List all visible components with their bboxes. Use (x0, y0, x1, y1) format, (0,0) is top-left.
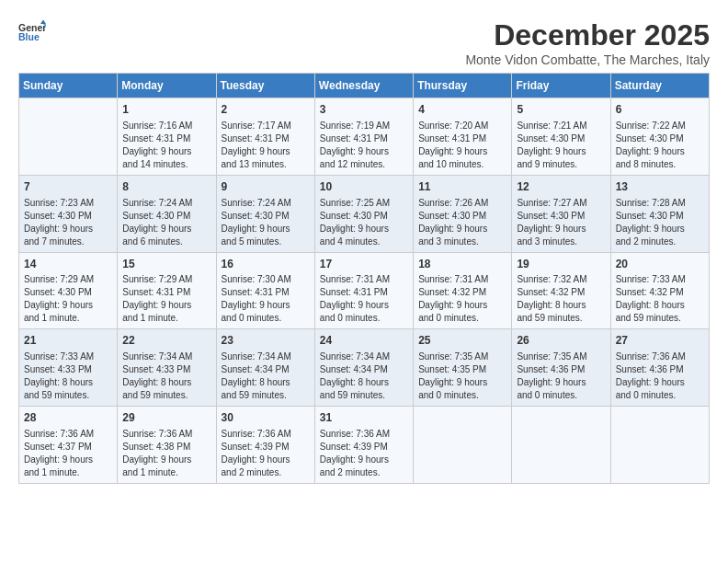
day-cell: 1Sunrise: 7:16 AM Sunset: 4:31 PM Daylig… (118, 98, 216, 176)
day-info: Sunrise: 7:36 AM Sunset: 4:38 PM Dayligh… (122, 428, 210, 479)
day-number: 2 (222, 102, 310, 118)
day-number: 16 (222, 257, 310, 272)
day-cell: 13Sunrise: 7:28 AM Sunset: 4:30 PM Dayli… (610, 175, 709, 252)
day-cell (414, 407, 512, 484)
day-info: Sunrise: 7:33 AM Sunset: 4:33 PM Dayligh… (24, 350, 112, 402)
day-cell: 30Sunrise: 7:36 AM Sunset: 4:39 PM Dayli… (216, 407, 314, 484)
day-cell: 6Sunrise: 7:22 AM Sunset: 4:30 PM Daylig… (610, 98, 709, 176)
day-info: Sunrise: 7:35 AM Sunset: 4:36 PM Dayligh… (517, 350, 605, 402)
day-cell: 10Sunrise: 7:25 AM Sunset: 4:30 PM Dayli… (314, 175, 413, 252)
day-number: 1 (122, 102, 210, 118)
day-info: Sunrise: 7:22 AM Sunset: 4:30 PM Dayligh… (616, 120, 704, 171)
day-info: Sunrise: 7:30 AM Sunset: 4:31 PM Dayligh… (222, 273, 310, 325)
day-number: 17 (320, 257, 408, 272)
logo: General Blue (18, 18, 46, 46)
day-number: 27 (616, 333, 704, 349)
day-info: Sunrise: 7:24 AM Sunset: 4:30 PM Dayligh… (222, 197, 310, 248)
day-cell: 17Sunrise: 7:31 AM Sunset: 4:31 PM Dayli… (314, 252, 413, 329)
location-subtitle: Monte Vidon Combatte, The Marches, Italy (465, 52, 710, 67)
day-cell: 16Sunrise: 7:30 AM Sunset: 4:31 PM Dayli… (216, 252, 314, 329)
week-row-1: 1Sunrise: 7:16 AM Sunset: 4:31 PM Daylig… (19, 98, 710, 176)
day-header-tuesday: Tuesday (216, 74, 314, 98)
day-cell: 29Sunrise: 7:36 AM Sunset: 4:38 PM Dayli… (118, 407, 216, 484)
day-number: 28 (24, 410, 112, 426)
day-info: Sunrise: 7:36 AM Sunset: 4:37 PM Dayligh… (24, 428, 112, 479)
day-info: Sunrise: 7:34 AM Sunset: 4:34 PM Dayligh… (222, 350, 310, 402)
day-info: Sunrise: 7:23 AM Sunset: 4:30 PM Dayligh… (24, 197, 112, 248)
day-cell: 9Sunrise: 7:24 AM Sunset: 4:30 PM Daylig… (216, 175, 314, 252)
day-info: Sunrise: 7:29 AM Sunset: 4:30 PM Dayligh… (24, 273, 112, 325)
day-header-saturday: Saturday (610, 74, 709, 98)
day-header-monday: Monday (118, 74, 216, 98)
day-info: Sunrise: 7:36 AM Sunset: 4:36 PM Dayligh… (616, 350, 704, 402)
day-number: 11 (418, 179, 506, 195)
svg-text:Blue: Blue (18, 31, 40, 42)
header-row: SundayMondayTuesdayWednesdayThursdayFrid… (19, 74, 710, 98)
day-info: Sunrise: 7:19 AM Sunset: 4:31 PM Dayligh… (320, 120, 408, 171)
day-cell: 19Sunrise: 7:32 AM Sunset: 4:32 PM Dayli… (512, 252, 610, 329)
day-cell: 4Sunrise: 7:20 AM Sunset: 4:31 PM Daylig… (414, 98, 512, 176)
day-cell: 27Sunrise: 7:36 AM Sunset: 4:36 PM Dayli… (610, 329, 709, 407)
day-cell: 20Sunrise: 7:33 AM Sunset: 4:32 PM Dayli… (610, 252, 709, 329)
day-number: 24 (320, 333, 408, 349)
day-number: 21 (24, 333, 112, 349)
day-number: 13 (616, 179, 704, 195)
title-block: December 2025 Monte Vidon Combatte, The … (465, 18, 710, 67)
day-number: 9 (222, 179, 310, 195)
day-cell: 3Sunrise: 7:19 AM Sunset: 4:31 PM Daylig… (314, 98, 413, 176)
day-cell: 5Sunrise: 7:21 AM Sunset: 4:30 PM Daylig… (512, 98, 610, 176)
day-number: 6 (616, 102, 704, 118)
day-number: 19 (517, 257, 605, 272)
month-title: December 2025 (465, 18, 710, 52)
day-cell: 14Sunrise: 7:29 AM Sunset: 4:30 PM Dayli… (19, 252, 118, 329)
day-cell: 25Sunrise: 7:35 AM Sunset: 4:35 PM Dayli… (414, 329, 512, 407)
day-info: Sunrise: 7:36 AM Sunset: 4:39 PM Dayligh… (222, 428, 310, 479)
day-header-thursday: Thursday (414, 74, 512, 98)
day-info: Sunrise: 7:34 AM Sunset: 4:33 PM Dayligh… (122, 350, 210, 402)
day-number: 30 (222, 410, 310, 426)
day-cell: 23Sunrise: 7:34 AM Sunset: 4:34 PM Dayli… (216, 329, 314, 407)
week-row-4: 21Sunrise: 7:33 AM Sunset: 4:33 PM Dayli… (19, 329, 710, 407)
day-number: 23 (222, 333, 310, 349)
day-info: Sunrise: 7:31 AM Sunset: 4:31 PM Dayligh… (320, 273, 408, 325)
day-info: Sunrise: 7:20 AM Sunset: 4:31 PM Dayligh… (418, 120, 506, 171)
day-cell: 7Sunrise: 7:23 AM Sunset: 4:30 PM Daylig… (19, 175, 118, 252)
day-cell: 24Sunrise: 7:34 AM Sunset: 4:34 PM Dayli… (314, 329, 413, 407)
day-header-friday: Friday (512, 74, 610, 98)
day-cell: 22Sunrise: 7:34 AM Sunset: 4:33 PM Dayli… (118, 329, 216, 407)
day-number: 8 (122, 179, 210, 195)
day-number: 29 (122, 410, 210, 426)
week-row-2: 7Sunrise: 7:23 AM Sunset: 4:30 PM Daylig… (19, 175, 710, 252)
day-header-sunday: Sunday (19, 74, 118, 98)
day-cell: 21Sunrise: 7:33 AM Sunset: 4:33 PM Dayli… (19, 329, 118, 407)
day-number: 4 (418, 102, 506, 118)
day-info: Sunrise: 7:34 AM Sunset: 4:34 PM Dayligh… (320, 350, 408, 402)
day-info: Sunrise: 7:27 AM Sunset: 4:30 PM Dayligh… (517, 197, 605, 248)
day-cell: 11Sunrise: 7:26 AM Sunset: 4:30 PM Dayli… (414, 175, 512, 252)
day-info: Sunrise: 7:29 AM Sunset: 4:31 PM Dayligh… (122, 273, 210, 325)
day-number: 3 (320, 102, 408, 118)
day-cell (19, 98, 118, 176)
day-info: Sunrise: 7:26 AM Sunset: 4:30 PM Dayligh… (418, 197, 506, 248)
calendar-table: SundayMondayTuesdayWednesdayThursdayFrid… (18, 73, 710, 484)
day-cell: 2Sunrise: 7:17 AM Sunset: 4:31 PM Daylig… (216, 98, 314, 176)
day-cell: 18Sunrise: 7:31 AM Sunset: 4:32 PM Dayli… (414, 252, 512, 329)
day-info: Sunrise: 7:28 AM Sunset: 4:30 PM Dayligh… (616, 197, 704, 248)
day-info: Sunrise: 7:24 AM Sunset: 4:30 PM Dayligh… (122, 197, 210, 248)
day-number: 5 (517, 102, 605, 118)
day-info: Sunrise: 7:17 AM Sunset: 4:31 PM Dayligh… (222, 120, 310, 171)
day-cell: 12Sunrise: 7:27 AM Sunset: 4:30 PM Dayli… (512, 175, 610, 252)
day-info: Sunrise: 7:25 AM Sunset: 4:30 PM Dayligh… (320, 197, 408, 248)
day-info: Sunrise: 7:31 AM Sunset: 4:32 PM Dayligh… (418, 273, 506, 325)
logo-icon: General Blue (18, 18, 46, 46)
day-cell: 31Sunrise: 7:36 AM Sunset: 4:39 PM Dayli… (314, 407, 413, 484)
day-number: 25 (418, 333, 506, 349)
day-number: 12 (517, 179, 605, 195)
week-row-3: 14Sunrise: 7:29 AM Sunset: 4:30 PM Dayli… (19, 252, 710, 329)
day-number: 31 (320, 410, 408, 426)
day-cell: 26Sunrise: 7:35 AM Sunset: 4:36 PM Dayli… (512, 329, 610, 407)
day-number: 26 (517, 333, 605, 349)
day-info: Sunrise: 7:21 AM Sunset: 4:30 PM Dayligh… (517, 120, 605, 171)
day-number: 14 (24, 257, 112, 272)
day-number: 20 (616, 257, 704, 272)
